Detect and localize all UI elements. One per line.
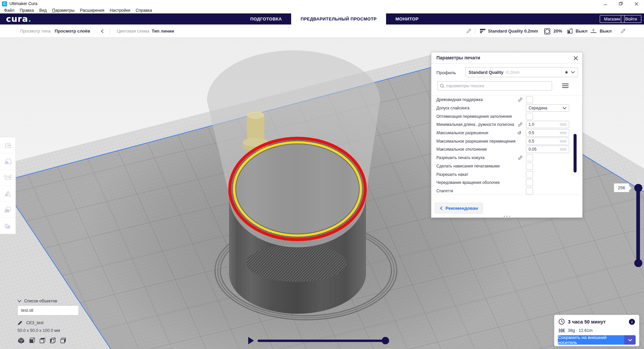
setting-label: Спагетти: [436, 189, 453, 193]
setting-row: Допуск слайсинга Середина: [431, 104, 582, 112]
link-icon: [518, 122, 523, 127]
setting-checkbox[interactable]: [526, 162, 533, 169]
cura-logo: cura.: [6, 14, 32, 24]
panel-resize-handle[interactable]: [431, 216, 582, 217]
setting-input[interactable]: 0.5mm: [526, 129, 569, 137]
clock-icon: [558, 318, 565, 325]
layer-slider-handle-bottom[interactable]: [634, 259, 642, 267]
scale-tool-button[interactable]: [0, 153, 15, 169]
stage-tabs: ПОДГОТОВКА ПРЕДВАРИТЕЛЬНЫЙ ПРОСМОТР МОНИ…: [241, 13, 428, 24]
model-dimensions: 50.0 x 50.0 x 100.0 мм: [17, 328, 105, 333]
search-box: [437, 81, 552, 91]
rotate-tool-button[interactable]: [0, 169, 15, 186]
setting-checkbox[interactable]: [526, 96, 533, 103]
pencil-icon-view[interactable]: [466, 28, 472, 34]
layer-slider-handle-top[interactable]: [634, 184, 642, 192]
recommended-mode-button[interactable]: Рекомендован: [435, 203, 483, 213]
setting-row: Сделать нависания печатаемыми: [431, 162, 582, 170]
toolbar-divider: [475, 28, 475, 35]
print-settings-panel: Параметры печати Профиль Standard Qualit…: [431, 52, 583, 218]
view-front-icon[interactable]: [28, 337, 35, 344]
view-left-icon[interactable]: [49, 337, 56, 344]
view-right-icon[interactable]: [59, 337, 66, 344]
sign-in-button[interactable]: Войти: [621, 15, 641, 23]
setting-row: Разрешить накат: [431, 170, 582, 179]
view-top-icon[interactable]: [38, 337, 46, 344]
mesh-type-button[interactable]: [0, 218, 15, 234]
menu-item-file[interactable]: Файл: [1, 8, 17, 13]
info-icon[interactable]: i: [629, 319, 635, 325]
filament-icon: [559, 328, 565, 333]
setting-row: Минимальная длина...ружности полигона 1.…: [431, 120, 582, 129]
tab-prepare[interactable]: ПОДГОТОВКА: [241, 13, 291, 24]
view-type-label: Просмотр типа: [20, 29, 50, 34]
setting-checkbox[interactable]: [526, 171, 533, 178]
view-3d-icon[interactable]: [17, 337, 25, 344]
close-icon[interactable]: [572, 55, 579, 61]
camera-view-presets: [17, 337, 105, 344]
chevron-down-icon: [571, 71, 575, 73]
menu-bar: Файл Правка Вид Параметры Расширения Нас…: [0, 7, 644, 13]
setting-checkbox[interactable]: [526, 154, 533, 161]
object-list-item[interactable]: test.stl: [17, 305, 79, 315]
setting-input[interactable]: 1.0mm: [526, 121, 569, 128]
setting-checkbox[interactable]: [526, 187, 533, 194]
pencil-icon-settings[interactable]: [621, 28, 626, 34]
window-close-button[interactable]: [629, 0, 644, 7]
mirror-tool-button[interactable]: [0, 186, 15, 202]
printer-name-row[interactable]: CE3_test: [17, 320, 105, 326]
view-toolbar: Просмотр типа Просмотр слоёв Цветовая сх…: [0, 24, 644, 38]
view-type-dropdown[interactable]: Просмотр слоёв: [55, 29, 90, 34]
collapse-chevron-icon[interactable]: [101, 29, 104, 34]
setting-dropdown[interactable]: Середина: [526, 104, 569, 112]
adhesion-icon: [590, 28, 597, 34]
layer-slider-range[interactable]: [636, 187, 640, 264]
profile-dropdown[interactable]: Standard Quality 0.2mm ★: [466, 67, 578, 77]
app-icon: C: [2, 1, 7, 6]
setting-input[interactable]: 0.05mm: [526, 146, 569, 153]
playback-slider-track[interactable]: [258, 340, 389, 342]
menu-item-extensions[interactable]: Расширения: [77, 8, 107, 13]
object-list-toggle[interactable]: Список объектов: [17, 299, 105, 303]
adhesion-value[interactable]: Выкл: [600, 29, 611, 34]
window-minimize-button[interactable]: [598, 0, 613, 7]
menu-item-view[interactable]: Вид: [37, 8, 50, 13]
setting-checkbox[interactable]: [526, 113, 533, 120]
setting-row: Чередование вращения оболочек: [431, 179, 582, 187]
setting-label: Максимальное разрешение перемещения: [436, 139, 516, 144]
setting-input[interactable]: 0.5mm: [526, 138, 569, 145]
infill-value[interactable]: 20%: [553, 29, 562, 34]
playback-slider-handle[interactable]: [382, 337, 389, 344]
settings-menu-icon[interactable]: [562, 83, 569, 88]
menu-item-settings[interactable]: Параметры: [50, 8, 77, 13]
play-button[interactable]: [248, 337, 254, 344]
color-scheme-label: Цветовая схема: [117, 29, 149, 34]
search-input[interactable]: [446, 84, 550, 88]
save-options-dropdown-button[interactable]: [624, 335, 636, 345]
setting-label: Оптимизация перемещения заполнения: [436, 114, 512, 119]
reset-icon[interactable]: ↺: [517, 130, 521, 136]
tab-preview[interactable]: ПРЕДВАРИТЕЛЬНЫЙ ПРОСМОТР: [291, 13, 386, 24]
tab-monitor[interactable]: МОНИТОР: [386, 13, 428, 24]
menu-item-preferences[interactable]: Настройки: [107, 8, 133, 13]
settings-scrollbar[interactable]: [574, 134, 577, 172]
per-model-settings-button[interactable]: [0, 202, 15, 218]
setting-checkbox[interactable]: [526, 179, 533, 186]
save-to-removable-button[interactable]: Сохранить на внешний носитель: [558, 335, 624, 345]
setting-label: Древовидная поддержка: [436, 97, 483, 102]
profile-summary[interactable]: Standard Quality 0.2mm: [488, 29, 538, 34]
profile-label: Профиль: [436, 70, 456, 75]
setting-label: Разрешить печать кожуха: [436, 155, 485, 160]
setting-label: Максимальное отклонение: [436, 147, 487, 152]
menu-item-help[interactable]: Справка: [133, 8, 155, 13]
profile-icon: [480, 28, 486, 34]
support-value[interactable]: Выкл: [576, 29, 587, 34]
tool-sidebar: [0, 137, 16, 234]
window-restore-button[interactable]: [613, 0, 629, 7]
profile-name: Standard Quality: [469, 70, 503, 75]
main-header: cura. ПОДГОТОВКА ПРЕДВАРИТЕЛЬНЫЙ ПРОСМОТ…: [0, 13, 644, 24]
menu-item-edit[interactable]: Правка: [17, 8, 37, 13]
chevron-down-icon: [17, 300, 21, 302]
move-tool-button[interactable]: [0, 137, 15, 153]
color-scheme-dropdown[interactable]: Тип линии: [152, 29, 174, 34]
